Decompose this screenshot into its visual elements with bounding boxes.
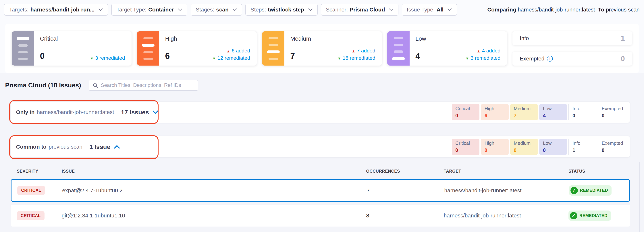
trend-block: ▲7 added ▼16 remediated [337, 47, 375, 62]
severity-card-low: Low 4 ▲4 added ▼3 remediated [387, 31, 507, 66]
column-header-target: TARGET [444, 169, 568, 174]
filter-label: Scanner: [326, 6, 348, 13]
chip-info: Info 1 [568, 139, 596, 155]
filter-value: Container [148, 6, 174, 13]
severity-summary-panel: Critical 0 ▼3 remediated High 6 ▲6 added… [5, 24, 639, 73]
chevron-down-icon[interactable] [152, 110, 158, 114]
severity-gauge-icon [12, 31, 34, 66]
trend-block: ▲4 added ▼3 remediated [466, 47, 500, 62]
card-title: Low [416, 35, 500, 42]
triangle-up-icon: ▲ [477, 49, 480, 53]
severity-card-medium: Medium 7 ▲7 added ▼16 remediated [262, 31, 382, 66]
column-header-occurrences: OCCURRENCES [366, 169, 444, 174]
scrollbar-track[interactable] [640, 162, 640, 232]
info-circle-icon[interactable]: i [547, 56, 553, 62]
comparing-target: harness/bandit-job-runner:latest [518, 6, 595, 12]
exempted-card: Exempted i 0 [512, 52, 632, 66]
issue-cell: git@1:2.34.1-1ubuntu1.10 [62, 213, 366, 219]
triangle-up-icon: ▲ [352, 49, 356, 53]
chevron-down-icon [178, 8, 182, 11]
column-header-issue: ISSUE [62, 169, 366, 174]
section-header: Prisma Cloud (18 Issues) [5, 80, 198, 91]
check-icon: ✓ [570, 212, 577, 219]
filter-value: scan [216, 6, 228, 13]
filter-stages[interactable]: Stages: scan [191, 4, 242, 16]
chip-critical: Critical 0 [452, 139, 480, 155]
chevron-down-icon [308, 8, 312, 11]
comparing-middle: To [598, 6, 604, 12]
target-cell: harness/bandit-job-runner:latest [444, 213, 568, 219]
comparing-suffix: previous scan [606, 6, 640, 12]
search-input[interactable] [101, 82, 194, 88]
group-prefix: Common to [16, 144, 46, 150]
added-line[interactable]: ▲7 added [337, 47, 375, 55]
exempted-count: 0 [621, 55, 625, 63]
filter-label: Target Type: [116, 6, 146, 13]
remediated-line[interactable]: ▼3 remediated [90, 54, 125, 62]
severity-badge: CRITICAL [17, 211, 44, 220]
remediated-line[interactable]: ▼16 remediated [337, 54, 375, 62]
filter-label: Steps: [250, 6, 266, 13]
group-target: previous scan [49, 144, 82, 150]
filter-targets[interactable]: Targets: harness/bandit-job-run... [4, 4, 108, 16]
chip-low: Low 0 [539, 139, 567, 155]
chevron-down-icon [389, 8, 393, 11]
chip-medium: Medium 7 [510, 104, 538, 120]
card-count: 0 [40, 51, 45, 61]
added-line[interactable]: ▲4 added [466, 47, 500, 55]
added-line[interactable]: ▲6 added [212, 47, 250, 55]
issues-table: SEVERITY ISSUE OCCURRENCES TARGET STATUS… [11, 163, 630, 227]
filter-value: harness/bandit-job-run... [30, 6, 95, 13]
group-only-in[interactable]: Only in harness/bandit-job-runner:latest… [11, 102, 630, 123]
triangle-down-icon: ▼ [90, 56, 94, 60]
triangle-up-icon: ▲ [226, 49, 230, 53]
severity-chips: Critical 0 High 0 Medium 0 Low 0 Info 1 … [452, 139, 626, 155]
trend-block: ▼3 remediated [90, 54, 125, 62]
severity-gauge-icon [262, 31, 284, 66]
filter-issue-type[interactable]: Issue Type: All [402, 4, 457, 16]
group-common-to[interactable]: Common to previous scan 1 Issue Critical… [11, 136, 630, 157]
group-prefix: Only in [16, 109, 35, 115]
chip-low: Low 4 [539, 104, 567, 120]
filter-value: twistlock step [268, 6, 304, 13]
group-target: harness/bandit-job-runner:latest [37, 109, 114, 115]
comparing-text: Comparing harness/bandit-job-runner:late… [487, 6, 640, 13]
filter-label: Stages: [196, 6, 214, 13]
chip-info: Info 0 [568, 104, 596, 120]
chip-medium: Medium 0 [510, 139, 538, 155]
table-row[interactable]: CRITICAL git@1:2.34.1-1ubuntu1.10 8 harn… [11, 205, 630, 227]
info-card: Info 1 [512, 31, 632, 45]
column-header-status: STATUS [568, 169, 624, 174]
filter-scanner[interactable]: Scanner: Prisma Cloud [321, 4, 398, 16]
filter-target-type[interactable]: Target Type: Container [111, 4, 187, 16]
group-issue-count: 1 Issue [90, 143, 110, 150]
status-badge: ✓ REMEDIATED [568, 211, 611, 221]
page-title: Prisma Cloud (18 Issues) [5, 82, 81, 89]
filter-label: Issue Type: [407, 6, 435, 13]
info-label: Info [520, 35, 529, 41]
chevron-down-icon [98, 8, 103, 11]
severity-card-critical: Critical 0 ▼3 remediated [12, 31, 132, 66]
triangle-down-icon: ▼ [337, 56, 341, 60]
filter-steps[interactable]: Steps: twistlock step [246, 4, 318, 16]
remediated-line[interactable]: ▼3 remediated [466, 54, 500, 62]
issue-cell: expat@2.4.7-1ubuntu0.2 [62, 187, 367, 194]
severity-chips: Critical 0 High 6 Medium 7 Low 4 Info 0 … [452, 104, 626, 120]
chip-critical: Critical 0 [452, 104, 480, 120]
severity-badge: CRITICAL [17, 186, 45, 195]
card-title: Critical [40, 35, 125, 42]
check-icon: ✓ [570, 187, 578, 194]
filter-value: All [436, 6, 444, 13]
filter-value: Prisma Cloud [350, 6, 385, 13]
column-header-severity: SEVERITY [17, 169, 62, 174]
card-count: 7 [290, 51, 295, 61]
group-issue-count: 17 Issues [121, 109, 149, 116]
table-header-row: SEVERITY ISSUE OCCURRENCES TARGET STATUS [11, 163, 630, 179]
card-count: 6 [165, 51, 170, 61]
filter-label: Targets: [9, 6, 29, 13]
table-row[interactable]: CRITICAL expat@2.4.7-1ubuntu0.2 7 harnes… [11, 179, 630, 202]
chip-high: High 0 [481, 139, 509, 155]
chevron-up-icon[interactable] [114, 145, 120, 149]
remediated-line[interactable]: ▼12 remediated [212, 54, 250, 62]
chip-high: High 6 [481, 104, 509, 120]
